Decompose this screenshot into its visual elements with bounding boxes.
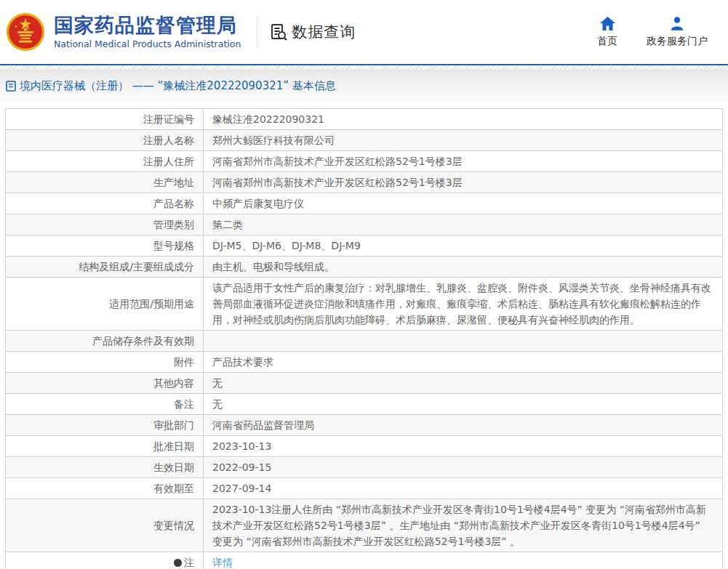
- table-row: 注详情: [6, 552, 723, 569]
- row-value: [204, 331, 723, 352]
- row-value: 豫械注准20222090321: [204, 109, 723, 130]
- row-label: 附件: [6, 352, 204, 373]
- row-value[interactable]: 详情: [204, 552, 723, 569]
- table-row: 生效日期2022-09-15: [6, 457, 723, 478]
- row-label: 生效日期: [6, 457, 204, 478]
- row-label: 注: [6, 552, 204, 569]
- row-value: 无: [204, 373, 723, 394]
- table-row: 批准日期2023-10-13: [6, 436, 723, 457]
- data-query-tab[interactable]: 数据查询: [269, 22, 356, 42]
- row-label: 生产地址: [6, 172, 204, 193]
- row-value: 郑州大鲸医疗科技有限公司: [204, 130, 723, 151]
- row-value: 2022-09-15: [204, 457, 723, 478]
- nav-home-label: 首页: [597, 35, 617, 48]
- row-label: 变更情况: [6, 499, 204, 552]
- row-label: 有效期至: [6, 478, 204, 499]
- row-label: 管理类别: [6, 214, 204, 235]
- user-icon: [669, 16, 685, 31]
- row-value: 2023-10-13注册人住所由 “郑州市高新技术产业开发区冬青街10号1号楼4…: [204, 499, 723, 552]
- row-value: 由主机、电极和导线组成。: [204, 257, 723, 278]
- header: 国家药品监督管理局 National Medical Products Admi…: [0, 0, 728, 64]
- table-row: 备注无: [6, 394, 723, 415]
- row-label: 适用范围/预期用途: [6, 278, 204, 331]
- home-icon: [599, 16, 616, 31]
- row-label: 产品名称: [6, 193, 204, 214]
- row-label: 产品储存条件及有效期: [6, 331, 204, 352]
- row-label: 型号规格: [6, 235, 204, 257]
- row-label: 备注: [6, 394, 204, 415]
- content: 注册证编号豫械注准20222090321注册人名称郑州大鲸医疗科技有限公司注册人…: [0, 102, 728, 569]
- row-value: 第二类: [204, 214, 723, 235]
- data-query-icon: [269, 23, 289, 42]
- breadcrumb-band: 境内医疗器械（注册） —— “豫械注准20222090321” 基本信息: [0, 70, 728, 102]
- national-emblem-icon: [6, 12, 45, 52]
- table-row: 产品名称中频产后康复电疗仪: [6, 193, 723, 214]
- table-row: 型号规格DJ-M5、DJ-M6、DJ-M8、DJ-M9: [6, 235, 723, 257]
- row-label: 其他内容: [6, 373, 204, 394]
- data-query-label: 数据查询: [292, 22, 356, 42]
- table-row: 附件产品技术要求: [6, 352, 723, 373]
- header-divider: [257, 15, 257, 49]
- nav-portal-label: 政务服务门户: [647, 35, 708, 48]
- table-row: 结构及组成/主要组成成分由主机、电极和导线组成。: [6, 257, 723, 278]
- table-row: 管理类别第二类: [6, 214, 723, 235]
- row-value: 河南省药品监督管理局: [204, 415, 723, 436]
- row-value: DJ-M5、DJ-M6、DJ-M8、DJ-M9: [204, 235, 723, 257]
- logo-title: 国家药品监督管理局: [54, 15, 241, 36]
- row-value: 无: [204, 394, 723, 415]
- table-row: 生产地址河南省郑州市高新技术产业开发区红松路52号1号楼3层: [6, 172, 723, 193]
- table-row: 注册证编号豫械注准20222090321: [6, 109, 723, 130]
- table-row: 注册人住所河南省郑州市高新技术产业开发区红松路52号1号楼3层: [6, 151, 723, 172]
- logo-text: 国家药品监督管理局 National Medical Products Admi…: [54, 15, 241, 49]
- table-row: 有效期至2027-09-14: [6, 478, 723, 499]
- nav-item-portal[interactable]: 政务服务门户: [647, 16, 708, 48]
- detail-link[interactable]: 详情: [212, 557, 233, 568]
- table-row: 适用范围/预期用途该产品适用于女性产后的康复治疗：对乳腺增生、乳腺炎、盆腔炎、附…: [6, 278, 723, 331]
- row-value: 2023-10-13: [204, 436, 723, 457]
- row-label: 注册人名称: [6, 130, 204, 151]
- nav-item-home[interactable]: 首页: [597, 16, 617, 48]
- row-label: 批准日期: [6, 436, 204, 457]
- header-nav: 首页 政务服务门户: [597, 16, 708, 48]
- row-label: 注册证编号: [6, 109, 204, 130]
- site-logo[interactable]: 国家药品监督管理局 National Medical Products Admi…: [6, 12, 241, 52]
- table-row: 审批部门河南省药品监督管理局: [6, 415, 723, 436]
- document-icon: [6, 81, 16, 92]
- table-row: 注册人名称郑州大鲸医疗科技有限公司: [6, 130, 723, 151]
- breadcrumb-text: 境内医疗器械（注册） —— “豫械注准20222090321” 基本信息: [20, 79, 336, 93]
- row-value: 河南省郑州市高新技术产业开发区红松路52号1号楼3层: [204, 172, 723, 193]
- table-row: 其他内容无: [6, 373, 723, 394]
- row-value: 2027-09-14: [204, 478, 723, 499]
- info-table: 注册证编号豫械注准20222090321注册人名称郑州大鲸医疗科技有限公司注册人…: [5, 108, 723, 569]
- table-row: 产品储存条件及有效期: [6, 331, 723, 352]
- row-value: 该产品适用于女性产后的康复治疗：对乳腺增生、乳腺炎、盆腔炎、附件炎、风湿类关节炎…: [204, 278, 723, 331]
- breadcrumb: 境内医疗器械（注册） —— “豫械注准20222090321” 基本信息: [6, 79, 336, 93]
- row-label: 结构及组成/主要组成成分: [6, 257, 204, 278]
- note-icon: [174, 559, 182, 567]
- row-label: 审批部门: [6, 415, 204, 436]
- row-value: 产品技术要求: [204, 352, 723, 373]
- row-label: 注册人住所: [6, 151, 204, 172]
- logo-subtitle: National Medical Products Administration: [54, 39, 241, 49]
- row-value: 中频产后康复电疗仪: [204, 193, 723, 214]
- table-row: 变更情况2023-10-13注册人住所由 “郑州市高新技术产业开发区冬青街10号…: [6, 499, 723, 552]
- row-value: 河南省郑州市高新技术产业开发区红松路52号1号楼3层: [204, 151, 723, 172]
